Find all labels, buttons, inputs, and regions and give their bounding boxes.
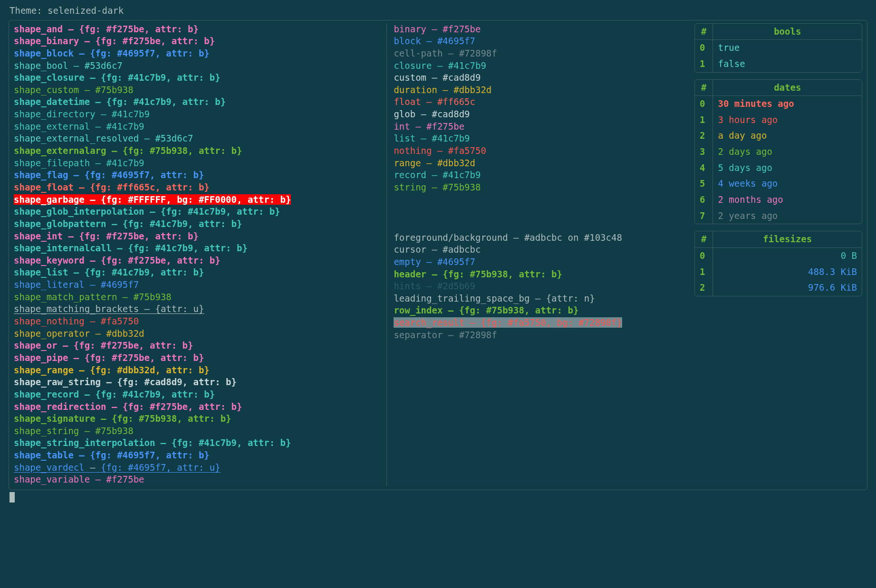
entry-hints: hints – #2d5b69 [394, 280, 686, 293]
table-row: 0true [695, 40, 862, 56]
entry-shape_or: shape_or – {fg: #f275be, attr: b} [14, 340, 380, 352]
entry-glob: glob – #cad8d9 [394, 108, 686, 121]
entry-shape_string_interpolation: shape_string_interpolation – {fg: #41c7b… [14, 437, 380, 449]
entry-shape_matching_brackets: shape_matching_brackets – {attr: u} [14, 303, 380, 315]
entry-shape_list: shape_list – {fg: #41c7b9, attr: b} [14, 266, 380, 279]
entry-header: header – {fg: #75b938, attr: b} [394, 268, 686, 281]
entry-string: string – #75b938 [394, 181, 686, 194]
entry-shape_table: shape_table – {fg: #4695f7, attr: b} [14, 449, 380, 462]
theme-name: selenized-dark [48, 5, 124, 16]
dates-header-#: # [695, 80, 713, 96]
misc-list: foreground/background – #adbcbc on #103c… [394, 232, 686, 341]
entry-float: float – #ff665c [394, 96, 686, 108]
bools-table: #bools0true1false [694, 23, 862, 73]
column-middle: binary – #f275beblock – #4695f7cell-path… [387, 23, 693, 486]
entry-shape_int: shape_int – {fg: #f275be, attr: b} [14, 230, 380, 243]
entry-shape_datetime: shape_datetime – {fg: #41c7b9, attr: b} [14, 96, 380, 108]
column-shapes: shape_and – {fg: #f275be, attr: b}shape_… [14, 23, 387, 486]
column-tables: #bools0true1false#dates030 minutes ago13… [693, 23, 862, 486]
entry-duration: duration – #dbb32d [394, 84, 686, 96]
main-panel: shape_and – {fg: #f275be, attr: b}shape_… [9, 20, 867, 490]
entry-shape_raw_string: shape_raw_string – {fg: #cad8d9, attr: b… [14, 376, 380, 389]
table-row: 1488.3 KiB [695, 264, 862, 280]
theme-label: Theme: [10, 5, 48, 16]
entry-shape_operator: shape_operator – #dbb32d [14, 328, 380, 340]
table-row: 62 months ago [695, 192, 862, 208]
entry-shape_externalarg: shape_externalarg – {fg: #75b938, attr: … [14, 145, 380, 157]
entry-shape_bool: shape_bool – #53d6c7 [14, 60, 380, 72]
entry-shape_flag: shape_flag – {fg: #4695f7, attr: b} [14, 169, 380, 181]
entry-shape_and: shape_and – {fg: #f275be, attr: b} [14, 23, 380, 36]
entry-shape_signature: shape_signature – {fg: #75b938, attr: b} [14, 413, 380, 425]
entry-shape_custom: shape_custom – #75b938 [14, 84, 380, 96]
entry-record: record – #41c7b9 [394, 169, 686, 181]
entry-range: range – #dbb32d [394, 157, 686, 170]
entry-shape_closure: shape_closure – {fg: #41c7b9, attr: b} [14, 72, 380, 84]
entry-shape_redirection: shape_redirection – {fg: #f275be, attr: … [14, 401, 380, 413]
dates-header-dates: dates [713, 80, 862, 96]
entry-shape_block: shape_block – {fg: #4695f7, attr: b} [14, 47, 380, 60]
entry-shape_internalcall: shape_internalcall – {fg: #41c7b9, attr:… [14, 242, 380, 255]
entry-shape_directory: shape_directory – #41c7b9 [14, 108, 380, 121]
entry-custom: custom – #cad8d9 [394, 72, 686, 84]
table-row: 00 B [695, 247, 862, 264]
entry-separator: separator – #72898f [394, 329, 686, 341]
table-row: 13 hours ago [695, 112, 862, 128]
table-row: 72 years ago [695, 208, 862, 224]
entry-nothing: nothing – #fa5750 [394, 145, 686, 157]
filesizes-header-filesizes: filesizes [713, 231, 862, 247]
table-row: 2976.6 KiB [695, 280, 862, 296]
entry-search_result: search_result – {fg: #fa5750, bg: #72898… [394, 317, 686, 329]
entry-int: int – #f275be [394, 121, 686, 133]
entry-cell-path: cell-path – #72898f [394, 47, 686, 60]
entry-leading_trailing_space_bg: leading_trailing_space_bg – {attr: n} [394, 293, 686, 305]
terminal-screen: Theme: selenized-dark shape_and – {fg: #… [0, 0, 876, 511]
bools-header-bools: bools [713, 24, 862, 40]
entry-shape_keyword: shape_keyword – {fg: #f275be, attr: b} [14, 255, 380, 267]
entry-shape_garbage: shape_garbage – {fg: #FFFFFF, bg: #FF000… [14, 194, 380, 206]
entry-shape_glob_interpolation: shape_glob_interpolation – {fg: #41c7b9,… [14, 206, 380, 218]
table-row: 1false [695, 56, 862, 72]
entry-row_index: row_index – {fg: #75b938, attr: b} [394, 304, 686, 317]
entry-shape_match_pattern: shape_match_pattern – #75b938 [14, 291, 380, 303]
bools-header-#: # [695, 24, 713, 40]
table-row: 2a day ago [695, 128, 862, 144]
entry-shape_variable: shape_variable – #f275be [14, 474, 380, 486]
entry-list: list – #41c7b9 [394, 133, 686, 145]
entry-shape_literal: shape_literal – #4695f7 [14, 279, 380, 291]
entry-shape_record: shape_record – {fg: #41c7b9, attr: b} [14, 389, 380, 401]
entry-shape_string: shape_string – #75b938 [14, 425, 380, 437]
entry-shape_float: shape_float – {fg: #ff665c, attr: b} [14, 181, 380, 194]
entry-shape_globpattern: shape_globpattern – {fg: #41c7b9, attr: … [14, 218, 380, 230]
types-list: binary – #f275beblock – #4695f7cell-path… [394, 23, 686, 194]
entry-shape_external_resolved: shape_external_resolved – #53d6c7 [14, 133, 380, 145]
theme-line: Theme: selenized-dark [10, 5, 867, 17]
entry-shape_pipe: shape_pipe – {fg: #f275be, attr: b} [14, 352, 380, 364]
table-row: 54 weeks ago [695, 176, 862, 192]
table-row: 32 days ago [695, 144, 862, 160]
entry-empty: empty – #4695f7 [394, 256, 686, 268]
table-row: 030 minutes ago [695, 96, 862, 112]
entry-binary: binary – #f275be [394, 23, 686, 36]
dates-table: #dates030 minutes ago13 hours ago2a day … [694, 79, 862, 225]
filesizes-table: #filesizes00 B1488.3 KiB2976.6 KiB [694, 231, 862, 296]
filesizes-header-#: # [695, 231, 713, 247]
table-row: 45 days ago [695, 160, 862, 176]
entry-shape_range: shape_range – {fg: #dbb32d, attr: b} [14, 364, 380, 377]
entry-block: block – #4695f7 [394, 35, 686, 47]
cursor-block [10, 492, 15, 503]
entry-shape_filepath: shape_filepath – #41c7b9 [14, 157, 380, 170]
entry-shape_vardecl: shape_vardecl – {fg: #4695f7, attr: u} [14, 462, 380, 474]
entry-cursor: cursor – #adbcbc [394, 244, 686, 256]
entry-foreground/background: foreground/background – #adbcbc on #103c… [394, 232, 686, 244]
entry-shape_external: shape_external – #41c7b9 [14, 121, 380, 133]
entry-shape_binary: shape_binary – {fg: #f275be, attr: b} [14, 35, 380, 47]
entry-shape_nothing: shape_nothing – #fa5750 [14, 315, 380, 328]
entry-closure: closure – #41c7b9 [394, 60, 686, 72]
